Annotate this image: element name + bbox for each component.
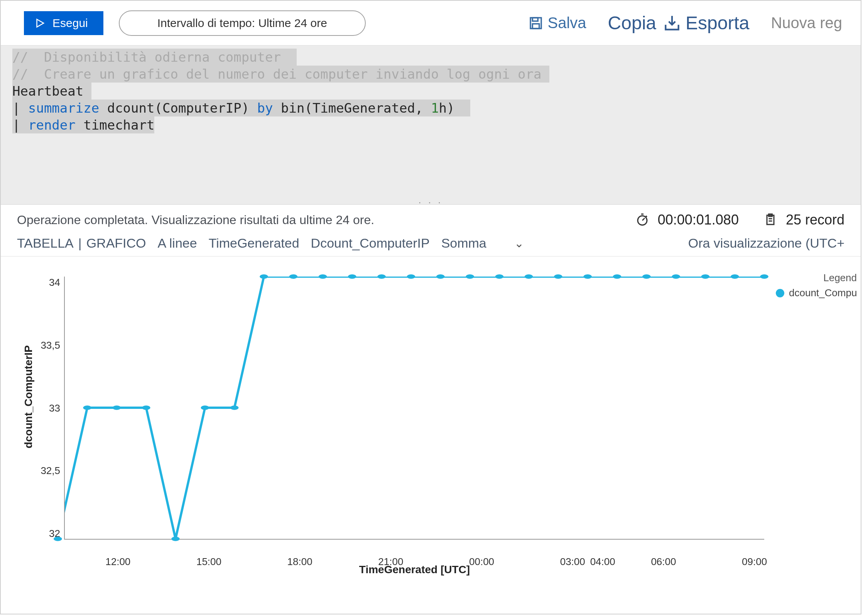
copy-label: Copia (608, 12, 656, 34)
run-button[interactable]: Esegui (24, 11, 103, 35)
run-label: Esegui (52, 17, 88, 30)
clipboard-icon (763, 213, 777, 227)
y-column-select[interactable]: Dcount_ComputerIP (311, 236, 430, 251)
code-table: Heartbeat (12, 83, 83, 99)
stopwatch-icon (635, 213, 649, 227)
svg-point-24 (583, 274, 592, 279)
time-range-label: Intervallo di tempo: Ultime 24 ore (157, 17, 327, 29)
aggregation-select[interactable]: Somma (441, 236, 486, 251)
chart-plot[interactable]: 12:0015:0018:0021:0000:0003:0004:0006:00… (64, 277, 764, 540)
legend-swatch-icon (776, 289, 784, 297)
code-text: bin(TimeGenerated, (273, 100, 431, 116)
svg-point-17 (377, 274, 386, 279)
status-message: Operazione completata. Visualizzazione r… (17, 213, 374, 227)
x-column-select[interactable]: TimeGenerated (209, 236, 299, 251)
code-keyword: by (257, 100, 273, 116)
timezone-select[interactable]: Ora visualizzazione (UTC+ (688, 236, 844, 251)
svg-point-14 (289, 274, 297, 279)
code-keyword: render (28, 117, 76, 133)
tab-chart[interactable]: GRAFICO (86, 236, 146, 251)
chart-type-select[interactable]: A linee (158, 236, 197, 251)
svg-point-10 (171, 537, 180, 541)
save-label: Salva (548, 14, 586, 32)
code-number: 1 (431, 100, 439, 116)
legend-entry[interactable]: dcount_Compu (776, 287, 857, 299)
svg-point-16 (348, 274, 356, 279)
svg-point-8 (113, 405, 121, 410)
svg-point-30 (760, 274, 768, 279)
y-axis-ticks: 3433,53332,532 (35, 268, 64, 565)
tab-table[interactable]: TABELLA (17, 236, 74, 251)
pane-splitter[interactable]: . . . (1, 199, 861, 205)
save-icon (528, 15, 544, 31)
copy-button[interactable]: Copia (605, 11, 659, 35)
svg-point-20 (466, 274, 474, 279)
svg-point-9 (142, 405, 150, 410)
code-comment: Creare un grafico del numero dei compute… (44, 66, 542, 82)
toolbar: Esegui Intervallo di tempo: Ultime 24 or… (1, 1, 861, 45)
svg-point-21 (495, 274, 504, 279)
svg-point-11 (201, 405, 209, 410)
svg-point-12 (230, 405, 239, 410)
code-text: h) (439, 100, 470, 116)
code-comment: Disponibilità odierna computer (44, 49, 281, 65)
svg-point-23 (554, 274, 562, 279)
status-duration: 00:00:01.080 (658, 212, 739, 228)
code-comment: // (12, 49, 44, 65)
code-keyword: summarize (28, 100, 99, 116)
time-range-picker[interactable]: Intervallo di tempo: Ultime 24 ore (119, 10, 366, 36)
svg-point-28 (701, 274, 709, 279)
new-rule-button[interactable]: Nuova reg (768, 13, 845, 33)
code-text: timechart (76, 117, 155, 133)
export-label: Esporta (686, 12, 749, 34)
svg-point-6 (54, 537, 62, 541)
legend-title: Legend (776, 272, 857, 284)
svg-point-19 (436, 274, 445, 279)
svg-point-13 (260, 274, 268, 279)
results-config-row: TABELLA | GRAFICO A linee TimeGenerated … (1, 233, 861, 257)
code-pipe: | (12, 100, 28, 116)
chevron-down-icon[interactable]: ⌄ (514, 236, 524, 250)
export-icon (662, 14, 682, 33)
svg-rect-2 (532, 24, 539, 28)
tab-separator: | (78, 236, 82, 251)
code-text: dcount(ComputerIP) (99, 100, 257, 116)
code-pipe: | (12, 117, 28, 133)
svg-point-27 (672, 274, 680, 279)
legend-series-label: dcount_Compu (789, 287, 857, 299)
y-axis-label: dcount_ComputerIP (20, 345, 35, 449)
status-bar: Operazione completata. Visualizzazione r… (1, 205, 861, 233)
svg-rect-1 (532, 18, 538, 21)
svg-point-15 (319, 274, 327, 279)
x-axis-label: TimeGenerated [UTC] (65, 564, 764, 576)
svg-point-18 (407, 274, 415, 279)
svg-point-22 (525, 274, 533, 279)
svg-point-26 (642, 274, 651, 279)
chart-area: dcount_ComputerIP 3433,53332,532 12:0015… (1, 257, 861, 569)
svg-point-29 (731, 274, 739, 279)
query-editor[interactable]: // Disponibilità odierna computer // Cre… (1, 45, 861, 199)
svg-point-7 (83, 405, 91, 410)
code-comment: // (12, 66, 44, 82)
save-button[interactable]: Salva (525, 13, 589, 33)
chart-legend: Legend dcount_Compu (764, 268, 857, 565)
new-rule-label: Nuova reg (771, 14, 842, 32)
play-icon (34, 17, 46, 29)
svg-point-25 (613, 274, 621, 279)
export-button[interactable]: Esporta (659, 11, 752, 35)
status-records: 25 record (786, 212, 844, 228)
